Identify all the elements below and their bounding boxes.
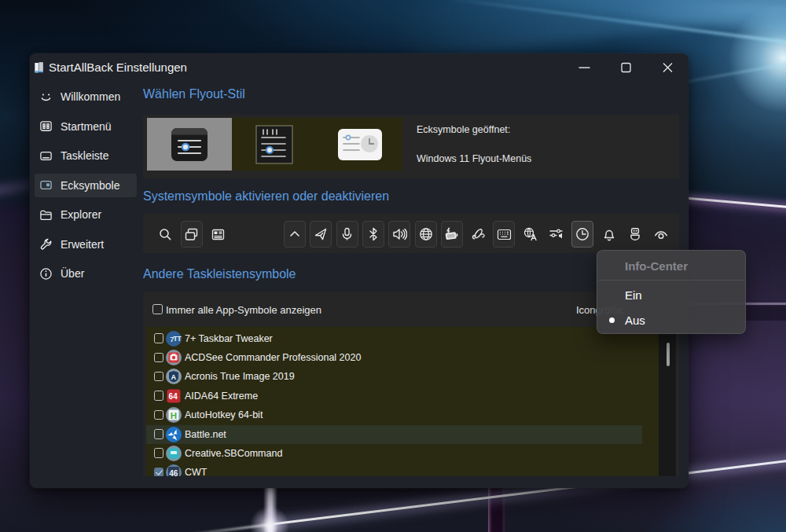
svg-text:A: A (171, 373, 177, 381)
svg-text:64: 64 (169, 392, 178, 401)
svg-text:46: 46 (169, 469, 178, 476)
svg-text:TT: TT (173, 335, 182, 343)
svg-text:H: H (171, 411, 177, 420)
